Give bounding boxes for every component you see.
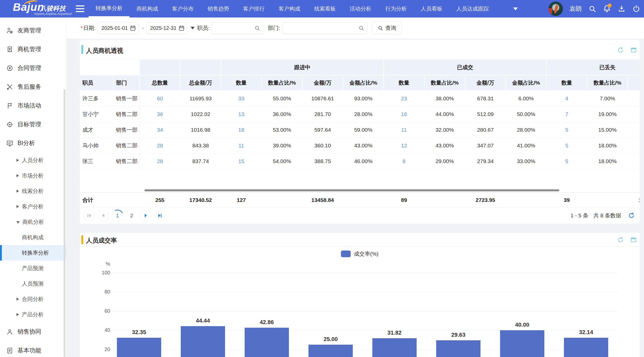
count-link-cell[interactable]: 16 <box>384 106 424 122</box>
nav-item[interactable]: 人员达成跟踪 <box>449 0 496 17</box>
dept-input[interactable] <box>282 22 367 34</box>
count-link-cell[interactable]: 34 <box>140 122 180 138</box>
count-link-cell[interactable]: 60 <box>140 91 180 106</box>
prev-page-button[interactable] <box>98 210 109 221</box>
last-page-button[interactable] <box>154 210 166 221</box>
page-number-2[interactable]: 2 <box>126 210 137 221</box>
count-link-cell[interactable]: 18 <box>221 122 262 138</box>
window-icon[interactable] <box>630 236 637 243</box>
brand-name-cn: 八骏科技 <box>40 4 66 13</box>
refresh-icon[interactable] <box>617 47 624 53</box>
bar[interactable] <box>564 338 608 357</box>
bar[interactable] <box>181 326 225 357</box>
sidebar-subitem[interactable]: 客户分析 <box>0 199 66 214</box>
bar-value-label: 40.00 <box>500 322 544 328</box>
count-link-cell[interactable]: 11 <box>384 122 424 138</box>
sidebar-subitem[interactable]: 合同分析 <box>0 291 66 307</box>
sidebar-item[interactable]: 目标管理 <box>0 115 66 134</box>
count-link-cell[interactable]: 11 <box>221 138 262 153</box>
nav-item[interactable]: 客户构成 <box>272 0 307 17</box>
nav-overflow-caret-icon[interactable] <box>513 7 518 10</box>
bar[interactable] <box>308 345 353 357</box>
first-page-button[interactable] <box>83 210 95 221</box>
bar[interactable] <box>500 330 544 357</box>
page-number-1[interactable]: 1 <box>112 210 123 221</box>
user-name[interactable]: 袁朗 <box>569 5 582 13</box>
nav-item[interactable]: 活动分析 <box>343 0 378 17</box>
sidebar-subitem[interactable]: 商机分析 <box>0 214 66 230</box>
sidebar-item[interactable]: 售后服务 <box>0 77 66 96</box>
sidebar-subitem[interactable]: 线索分析 <box>0 183 66 199</box>
count-link-cell[interactable]: 7 <box>546 106 587 122</box>
count-link-cell[interactable]: 8 <box>384 153 424 169</box>
bell-icon[interactable] <box>603 5 611 13</box>
count-link-cell[interactable]: 4 <box>546 91 587 106</box>
count-link-cell[interactable]: 36 <box>140 106 180 122</box>
count-link-cell[interactable]: 5 <box>546 153 587 169</box>
count-link-cell[interactable]: 28 <box>140 153 180 169</box>
count-link-cell[interactable]: 15 <box>221 153 262 169</box>
horizontal-scrollbar[interactable] <box>144 189 559 191</box>
bar[interactable] <box>245 328 289 357</box>
sidebar-subsubitem[interactable]: 商机构成 <box>0 230 66 245</box>
sidebar-item[interactable]: 合同管理 <box>0 59 66 77</box>
count-link-cell[interactable]: 5 <box>546 122 587 138</box>
data-cell: 388.75 <box>302 153 343 169</box>
sidebar-item[interactable]: 基本功能 <box>0 341 66 357</box>
data-cell: 29.00% <box>424 153 465 169</box>
window-icon[interactable] <box>630 47 637 53</box>
sidebar-subsubitem[interactable]: 转换率分析 <box>0 245 66 261</box>
legend-swatch[interactable] <box>341 251 351 257</box>
sidebar-item[interactable]: 商机管理 <box>0 40 66 59</box>
nav-item[interactable]: 转换率分析 <box>89 0 130 17</box>
avatar[interactable] <box>548 2 563 16</box>
query-button[interactable]: 查询 <box>372 22 402 34</box>
date-to-input[interactable] <box>146 22 187 34</box>
nav-item[interactable]: 商机构成 <box>130 0 165 17</box>
count-link-cell[interactable]: 28 <box>140 138 180 153</box>
bar-value-label: 29.63 <box>436 332 480 338</box>
sidebar-subitem[interactable]: 产品分析 <box>0 307 66 322</box>
refresh-icon[interactable] <box>617 236 624 243</box>
sidebar-item[interactable]: 销售协同 <box>0 322 66 341</box>
staff-input[interactable] <box>212 22 263 34</box>
next-page-button[interactable] <box>140 210 151 221</box>
table-refresh-icon[interactable] <box>626 210 637 221</box>
sidebar-item[interactable]: 友商管理 <box>0 21 66 40</box>
date-from-input[interactable] <box>98 22 139 34</box>
nav-item[interactable]: 行为分析 <box>378 0 414 17</box>
data-cell: 成才 <box>80 122 113 138</box>
sidebar-item[interactable]: BI分析 <box>0 134 66 153</box>
date-preset-caret-icon[interactable] <box>191 27 195 29</box>
sidebar-subsubitem[interactable]: 人员预测 <box>0 276 66 291</box>
brand-logo[interactable]: Bajun 八骏科技 Anyone,Anytime,Anywhere! <box>0 0 69 17</box>
menu-icon[interactable] <box>76 5 84 12</box>
count-link-cell[interactable]: 23 <box>384 91 424 106</box>
page-range-text: 1 - 5 条 <box>571 212 588 219</box>
data-cell: 销售一部 <box>113 91 140 106</box>
power-icon[interactable] <box>632 5 640 13</box>
nav-item[interactable]: 人员看板 <box>414 0 449 17</box>
sidebar-subitem[interactable]: 市场分析 <box>0 168 66 183</box>
count-link-cell[interactable]: 13 <box>221 106 262 122</box>
nav-item[interactable]: 线索看板 <box>307 0 343 17</box>
bar[interactable] <box>436 340 480 357</box>
sidebar-subsubitem[interactable]: 产品预测 <box>0 261 66 276</box>
count-link-cell[interactable]: 12 <box>384 138 424 153</box>
sidebar-subitem[interactable]: 人员分析 <box>0 153 66 168</box>
count-link-cell[interactable]: 5 <box>546 138 587 153</box>
sidebar-scrollbar[interactable] <box>64 89 65 357</box>
count-link-cell[interactable]: 33 <box>221 91 262 106</box>
legend-label[interactable]: 成交率(%) <box>354 250 379 257</box>
bar[interactable] <box>372 338 417 357</box>
bar[interactable] <box>117 338 161 357</box>
opportunity-icon <box>6 46 13 53</box>
nav-item[interactable]: 客户分布 <box>165 0 201 17</box>
search-icon[interactable] <box>588 5 596 13</box>
chart-legend[interactable]: 成交率(%) <box>80 250 640 257</box>
sidebar-item[interactable]: 市场活动 <box>0 96 66 115</box>
nav-item[interactable]: 客户排行 <box>236 0 272 17</box>
download-icon[interactable] <box>617 5 626 13</box>
sidebar-menu: 友商管理商机管理合同管理售后服务市场活动目标管理BI分析人员分析市场分析线索分析… <box>0 17 66 357</box>
nav-item[interactable]: 销售趋势 <box>201 0 236 17</box>
